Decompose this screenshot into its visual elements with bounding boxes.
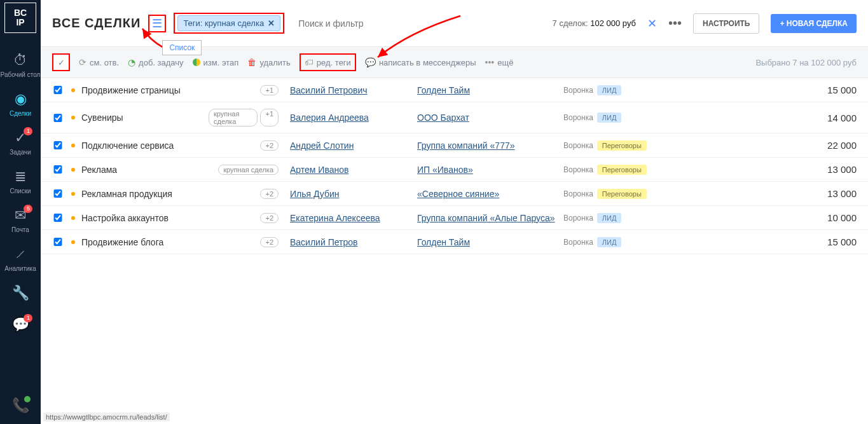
stage-badge[interactable]: ЛИД: [597, 85, 622, 95]
company-link[interactable]: Группа компаний «777»: [417, 140, 563, 151]
stage-badge[interactable]: Переговоры: [597, 189, 647, 199]
list-view-toggle[interactable]: ☰ Список: [148, 15, 166, 32]
deal-name[interactable]: Подключение сервиса: [81, 140, 209, 151]
table-row[interactable]: Реклама крупная сделка Артем Иванов ИП «…: [41, 158, 868, 182]
manager-link[interactable]: Екатерина Алексеева: [290, 213, 417, 223]
company-link[interactable]: Голден Тайм: [417, 237, 563, 247]
row-checkbox[interactable]: [52, 189, 64, 198]
company-link[interactable]: Группа компаний «Алые Паруса»: [417, 213, 563, 223]
nav-icon: ⏱: [1, 52, 41, 69]
nav-Списки[interactable]: ≣Списки: [1, 162, 41, 201]
tag-pill[interactable]: +2: [260, 189, 279, 199]
tag-pill[interactable]: крупная сделка: [209, 109, 258, 127]
main-area: ВСЕ СДЕЛКИ ☰ Список Теги: крупная сделка…: [41, 0, 868, 424]
deal-name[interactable]: Рекламная продукция: [81, 189, 209, 199]
deal-name[interactable]: Продвижение страницы: [81, 85, 209, 95]
change-stage-action[interactable]: изм. этап: [193, 58, 239, 67]
tag-pill[interactable]: +2: [260, 237, 279, 247]
select-all-checkbox[interactable]: ✓: [52, 53, 70, 71]
page-title: ВСЕ СДЕЛКИ: [52, 16, 141, 31]
status-dot-icon: [71, 116, 75, 120]
add-task-action[interactable]: ◔доб. задачу: [128, 57, 183, 67]
filter-box: Теги: крупная сделка ✕: [174, 13, 284, 34]
nav-Сделки[interactable]: ◉Сделки: [1, 85, 41, 123]
tag-pill[interactable]: +2: [260, 213, 279, 223]
delete-action[interactable]: 🗑удалить: [247, 57, 290, 67]
topbar: ВСЕ СДЕЛКИ ☰ Список Теги: крупная сделка…: [41, 0, 868, 46]
table-row[interactable]: Сувениры крупная сделка+1 Валерия Андрее…: [41, 102, 868, 133]
nav-Задачи[interactable]: ✓Задачи1: [1, 123, 41, 162]
deal-name[interactable]: Реклама: [81, 165, 209, 175]
tag-pill[interactable]: +1: [260, 85, 279, 95]
clock-icon: ◔: [128, 57, 135, 67]
phone-icon[interactable]: 📞: [0, 397, 41, 414]
logo: BC IP: [4, 3, 36, 33]
deal-amount: 13 000: [827, 164, 857, 175]
deal-amount: 13 000: [827, 188, 857, 199]
row-checkbox[interactable]: [52, 165, 64, 174]
tag-pill[interactable]: крупная сделка: [218, 165, 279, 175]
nav-icon: ≣: [1, 168, 41, 185]
nav-Аналитика[interactable]: ⟋Аналитика: [1, 240, 41, 278]
more-actions[interactable]: •••ещё: [485, 57, 514, 67]
row-checkbox[interactable]: [52, 214, 64, 222]
messengers-action[interactable]: 💬написать в мессенджеры: [365, 57, 476, 67]
manager-link[interactable]: Артем Иванов: [290, 165, 417, 175]
stage-badge[interactable]: ЛИД: [597, 213, 622, 223]
change-owner-action[interactable]: ⟳см. отв.: [79, 57, 119, 67]
manager-link[interactable]: Илья Дубин: [290, 189, 417, 199]
table-row[interactable]: Рекламная продукция +2 Илья Дубин «Север…: [41, 182, 868, 206]
stage-badge[interactable]: Переговоры: [597, 140, 647, 151]
new-deal-button[interactable]: + НОВАЯ СДЕЛКА: [771, 14, 857, 33]
company-link[interactable]: «Северное сияние»: [417, 189, 563, 199]
row-checkbox[interactable]: [52, 141, 64, 149]
configure-button[interactable]: НАСТРОИТЬ: [693, 13, 760, 34]
manager-link[interactable]: Валерия Андреева: [290, 113, 417, 123]
remove-filter-icon[interactable]: ✕: [268, 18, 275, 28]
refresh-icon: ⟳: [79, 57, 86, 67]
nav-item[interactable]: 💬1: [1, 310, 41, 342]
manager-link[interactable]: Василий Петрович: [290, 85, 417, 95]
nav-icon: 💬: [1, 317, 41, 333]
funnel-label: Воронка: [563, 214, 593, 222]
deal-amount: 14 000: [827, 113, 857, 123]
table-row[interactable]: Продвижение страницы +1 Василий Петрович…: [41, 78, 868, 102]
deals-table: Продвижение страницы +1 Василий Петрович…: [41, 78, 868, 254]
row-checkbox[interactable]: [52, 238, 64, 246]
deal-name[interactable]: Продвижение блога: [81, 237, 209, 247]
stage-badge[interactable]: Переговоры: [597, 165, 647, 175]
deal-amount: 22 000: [827, 140, 857, 151]
table-row[interactable]: Настройка аккаунтов +2 Екатерина Алексее…: [41, 206, 868, 230]
nav-Почта[interactable]: ✉Почта5: [1, 201, 41, 240]
manager-link[interactable]: Василий Петров: [290, 237, 417, 247]
clear-filters-icon[interactable]: ✕: [647, 17, 657, 31]
nav-Рабочий стол[interactable]: ⏱Рабочий стол: [1, 46, 41, 85]
tag-pill[interactable]: +2: [260, 140, 279, 151]
table-row[interactable]: Подключение сервиса +2 Андрей Слотин Гру…: [41, 133, 868, 158]
nav-icon: 🔧: [1, 285, 41, 301]
stage-badge[interactable]: ЛИД: [597, 113, 622, 123]
nav-icon: ◉: [1, 91, 41, 107]
deal-amount: 15 000: [827, 236, 857, 247]
table-row[interactable]: Продвижение блога +2 Василий Петров Голд…: [41, 230, 868, 254]
search-input[interactable]: [292, 16, 381, 31]
company-link[interactable]: ИП «Иванов»: [417, 165, 563, 175]
deal-name[interactable]: Сувениры: [81, 113, 209, 123]
tag-icon: 🏷: [305, 57, 313, 67]
more-menu-icon[interactable]: •••: [668, 16, 682, 31]
stage-badge[interactable]: ЛИД: [597, 237, 622, 247]
filter-tag[interactable]: Теги: крупная сделка ✕: [177, 15, 280, 31]
status-dot-icon: [71, 144, 75, 147]
edit-tags-action[interactable]: 🏷ред. теги: [300, 53, 356, 71]
nav-item[interactable]: 🔧: [1, 278, 41, 310]
manager-link[interactable]: Андрей Слотин: [290, 140, 417, 151]
status-dot-icon: [71, 88, 75, 92]
company-link[interactable]: Голден Тайм: [417, 85, 563, 95]
status-url: https://wwwgtlbpc.amocrm.ru/leads/list/: [43, 413, 170, 421]
status-dot-icon: [71, 192, 75, 196]
row-checkbox[interactable]: [52, 86, 64, 94]
row-checkbox[interactable]: [52, 114, 64, 122]
company-link[interactable]: ООО Бархат: [417, 113, 563, 123]
deal-name[interactable]: Настройка аккаунтов: [81, 213, 209, 223]
tag-pill[interactable]: +1: [260, 109, 279, 127]
